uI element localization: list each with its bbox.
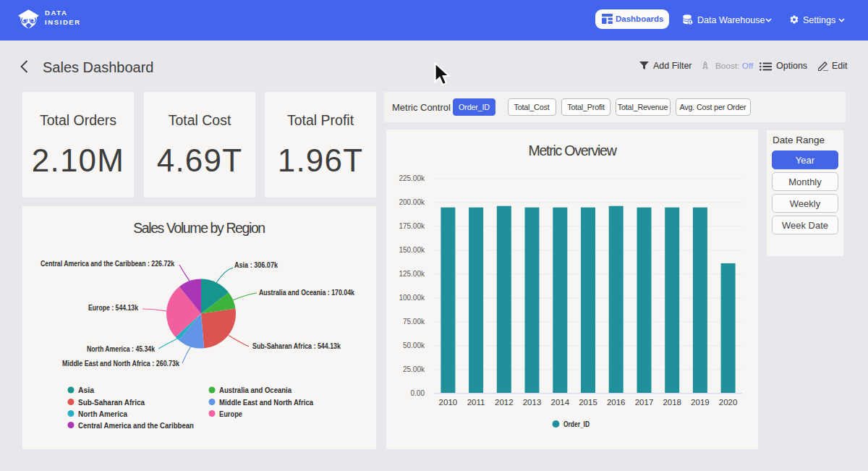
svg-text:25.00k: 25.00k xyxy=(403,365,425,373)
svg-text:Europe : 544.13k: Europe : 544.13k xyxy=(88,303,139,312)
svg-text:2020: 2020 xyxy=(719,398,738,407)
svg-text:2011: 2011 xyxy=(467,398,485,407)
svg-text:2016: 2016 xyxy=(607,398,626,407)
svg-text:North America : 45.34k: North America : 45.34k xyxy=(87,344,156,353)
svg-text:2018: 2018 xyxy=(663,398,681,407)
svg-text:2012: 2012 xyxy=(495,398,514,407)
svg-text:2010: 2010 xyxy=(439,398,458,407)
svg-text:2019: 2019 xyxy=(691,398,710,407)
svg-text:225.00k: 225.00k xyxy=(399,174,425,182)
svg-text:125.00k: 125.00k xyxy=(399,270,425,278)
svg-text:2017: 2017 xyxy=(635,398,654,407)
svg-text:Europe: Europe xyxy=(219,410,242,418)
svg-text:Sales Volume by Region: Sales Volume by Region xyxy=(133,220,265,236)
svg-text:Middle East and North Africa :: Middle East and North Africa : 260.73k xyxy=(62,359,180,368)
svg-text:Sub-Saharan Africa : 544.13k: Sub-Saharan Africa : 544.13k xyxy=(252,341,341,350)
svg-text:Asia : 306.07k: Asia : 306.07k xyxy=(234,260,278,269)
svg-text:North America: North America xyxy=(78,410,128,418)
svg-text:Order_ID: Order_ID xyxy=(563,420,590,428)
svg-text:0.00: 0.00 xyxy=(411,389,425,397)
svg-text:75.00k: 75.00k xyxy=(403,318,425,326)
svg-text:Asia: Asia xyxy=(78,386,95,394)
svg-text:Australia and Oceania: Australia and Oceania xyxy=(219,386,292,394)
svg-text:2014: 2014 xyxy=(551,398,570,407)
svg-text:175.00k: 175.00k xyxy=(399,222,425,230)
svg-text:50.00k: 50.00k xyxy=(403,341,425,349)
svg-text:Metric Overview: Metric Overview xyxy=(528,143,617,158)
svg-text:Australia and Oceania : 170.04: Australia and Oceania : 170.04k xyxy=(259,288,355,297)
svg-text:2015: 2015 xyxy=(579,398,597,407)
svg-text:150.00k: 150.00k xyxy=(399,246,425,254)
svg-text:2013: 2013 xyxy=(523,398,542,407)
svg-text:Central America and the Caribb: Central America and the Caribbean xyxy=(78,421,194,430)
svg-text:200.00k: 200.00k xyxy=(399,198,425,206)
svg-text:Middle East and North Africa: Middle East and North Africa xyxy=(219,398,314,407)
svg-text:100.00k: 100.00k xyxy=(399,294,425,302)
svg-text:Sub-Saharan Africa: Sub-Saharan Africa xyxy=(78,398,145,407)
svg-text:Central America and the Caribb: Central America and the Caribbean : 226.… xyxy=(41,259,175,268)
